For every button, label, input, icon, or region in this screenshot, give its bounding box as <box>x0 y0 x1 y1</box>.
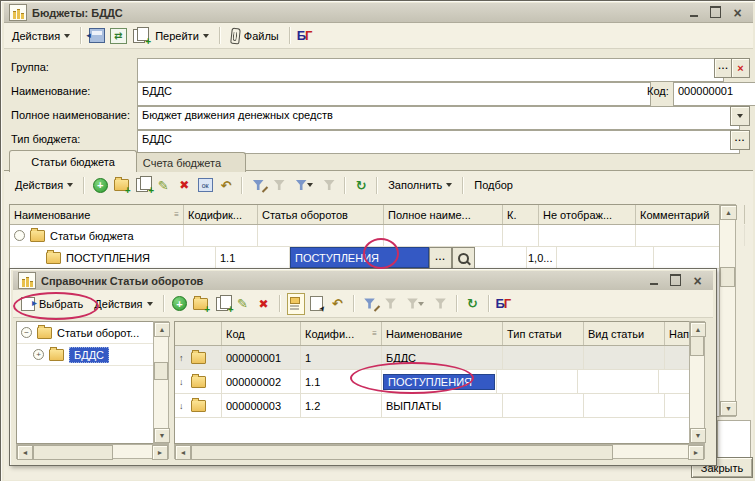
group-clear-button[interactable]: × <box>731 58 750 78</box>
column-header[interactable]: Вид статьи <box>584 322 665 345</box>
delete-button[interactable]: ✖ <box>255 295 273 313</box>
list-row[interactable]: ↑ 000000001 1 БДДС <box>175 346 690 370</box>
tab-budget-items[interactable]: Статьи бюджета <box>9 150 137 172</box>
tree-hscrollbar[interactable]: ◄ ► <box>16 444 169 459</box>
vendor-logo[interactable]: БГ <box>496 296 511 311</box>
files-button[interactable]: Файлы <box>227 26 283 46</box>
clear-filter-button[interactable] <box>320 176 338 194</box>
column-header[interactable]: Направлен... <box>665 322 690 345</box>
add-button[interactable]: + <box>91 176 109 194</box>
fullname-dropdown-button[interactable] <box>730 106 750 126</box>
cell[interactable]: 000000002 <box>222 370 301 393</box>
dialog-title-bar[interactable]: Справочник Статьи оборотов × <box>13 271 713 291</box>
cell[interactable]: 1.1 <box>216 247 290 268</box>
scroll-thumb[interactable] <box>33 445 113 460</box>
scroll-down-icon[interactable]: ▼ <box>690 428 706 443</box>
icon-column-header[interactable] <box>175 322 222 345</box>
delete-button[interactable]: ✖ <box>175 176 193 194</box>
dialog-actions-menu-button[interactable]: Действия <box>90 296 156 312</box>
row-icon-cell[interactable]: ↓ <box>175 370 222 393</box>
minimize-icon[interactable] <box>647 274 660 287</box>
cell[interactable]: 1.2 <box>301 394 382 417</box>
column-header[interactable]: Статья оборотов <box>258 205 384 224</box>
undo-button[interactable]: ↶ <box>217 176 235 194</box>
column-header[interactable]: Полное наиме... <box>384 205 503 224</box>
select-item-mode-button[interactable] <box>308 295 326 313</box>
undo-button[interactable]: ↶ <box>329 295 347 313</box>
scroll-down-icon[interactable]: ▼ <box>720 401 737 416</box>
article-select-button[interactable]: ... <box>429 247 452 270</box>
cell-selected[interactable]: ПОСТУПЛЕНИЯ <box>382 370 497 393</box>
list-row[interactable]: ↓ 000000002 1.1 ПОСТУПЛЕНИЯ <box>175 370 690 394</box>
add-group-button[interactable] <box>112 176 130 194</box>
scroll-left-icon[interactable]: ◄ <box>17 445 33 460</box>
cell[interactable] <box>665 346 690 369</box>
copy-button[interactable] <box>213 295 231 313</box>
budget-type-field[interactable]: БДДС <box>137 130 740 154</box>
list-row[interactable]: ↓ 000000003 1.2 ВЫПЛАТЫ <box>175 394 690 418</box>
filter-menu-button[interactable] <box>291 176 317 194</box>
scroll-thumb[interactable] <box>690 336 704 356</box>
column-header[interactable]: Не отображ... <box>539 205 636 224</box>
filter-by-value-button[interactable] <box>382 295 400 313</box>
scroll-thumb[interactable] <box>191 445 613 460</box>
filter-by-value-button[interactable] <box>270 176 288 194</box>
cell[interactable]: БДДС <box>382 346 503 369</box>
scroll-up-icon[interactable]: ▲ <box>154 322 170 337</box>
cell[interactable] <box>503 394 584 417</box>
cell[interactable]: ВЫПЛАТЫ <box>382 394 503 417</box>
cell[interactable]: 000000001 <box>222 346 301 369</box>
fill-menu-button[interactable]: Заполнить <box>384 177 456 193</box>
scroll-up-icon[interactable]: ▲ <box>690 322 706 337</box>
tree-vscrollbar[interactable]: ▲ ▼ <box>153 321 169 444</box>
copy-new-button[interactable] <box>130 27 148 45</box>
cell[interactable]: 1 <box>301 346 382 369</box>
column-header[interactable]: Наименование <box>382 322 503 345</box>
group-field[interactable] <box>137 58 724 82</box>
scroll-down-icon[interactable]: ▼ <box>154 428 170 443</box>
budget-type-select-button[interactable]: ... <box>730 130 750 150</box>
items-actions-menu-button[interactable]: Действия <box>11 177 77 193</box>
cell[interactable] <box>654 247 755 268</box>
article-edit-cell[interactable]: ПОСТУПЛЕНИЯ ... <box>290 247 408 268</box>
expand-icon[interactable]: + <box>33 349 44 360</box>
column-header[interactable]: Код <box>222 322 301 345</box>
scroll-up-icon[interactable]: ▲ <box>720 205 737 220</box>
select-button[interactable]: Выбрать <box>17 295 87 313</box>
comment-field[interactable] <box>717 420 751 458</box>
edit-button[interactable]: ✎ <box>154 176 172 194</box>
items-refresh-button[interactable]: ↻ <box>352 176 370 194</box>
add-button[interactable]: + <box>171 295 189 313</box>
cell[interactable] <box>258 225 384 246</box>
cell[interactable]: 000000003 <box>222 394 301 417</box>
filter-settings-button[interactable] <box>249 176 267 194</box>
cell[interactable] <box>665 394 690 417</box>
cell[interactable] <box>539 225 636 246</box>
table-row[interactable]: ПОСТУПЛЕНИЯ 1.1 ПОСТУПЛЕНИЯ ... 1,0... <box>10 247 720 269</box>
cell[interactable] <box>584 346 665 369</box>
maximize-icon[interactable] <box>709 6 722 19</box>
cell[interactable] <box>503 346 584 369</box>
column-header[interactable]: Тип статьи <box>503 322 584 345</box>
dialog-refresh-button[interactable]: ↻ <box>464 295 482 313</box>
list-hscrollbar[interactable]: ◄ ► <box>174 444 705 459</box>
cell[interactable] <box>659 370 690 393</box>
tree-expander-icon[interactable] <box>14 230 25 241</box>
column-header[interactable]: Наименование≡ <box>10 205 184 224</box>
scroll-thumb[interactable] <box>154 362 168 380</box>
scroll-right-icon[interactable]: ► <box>152 445 168 460</box>
goto-menu-button[interactable]: Перейти <box>151 28 213 44</box>
scroll-left-icon[interactable]: ◄ <box>175 445 191 460</box>
cell[interactable] <box>497 370 578 393</box>
cell[interactable] <box>384 225 503 246</box>
copy-button[interactable] <box>133 176 151 194</box>
cell[interactable] <box>557 247 654 268</box>
article-open-button[interactable] <box>452 247 475 270</box>
article-value[interactable]: ПОСТУПЛЕНИЯ <box>290 247 429 268</box>
filter-menu-button[interactable] <box>403 295 429 313</box>
actions-menu-button[interactable]: Действия <box>8 28 74 44</box>
items-table-vscrollbar[interactable]: ▲ ▼ <box>719 204 736 417</box>
row-icon-cell[interactable]: ↑ <box>175 346 222 369</box>
close-icon[interactable]: × <box>691 274 704 287</box>
list-vscrollbar[interactable]: ▲ ▼ <box>689 321 705 444</box>
